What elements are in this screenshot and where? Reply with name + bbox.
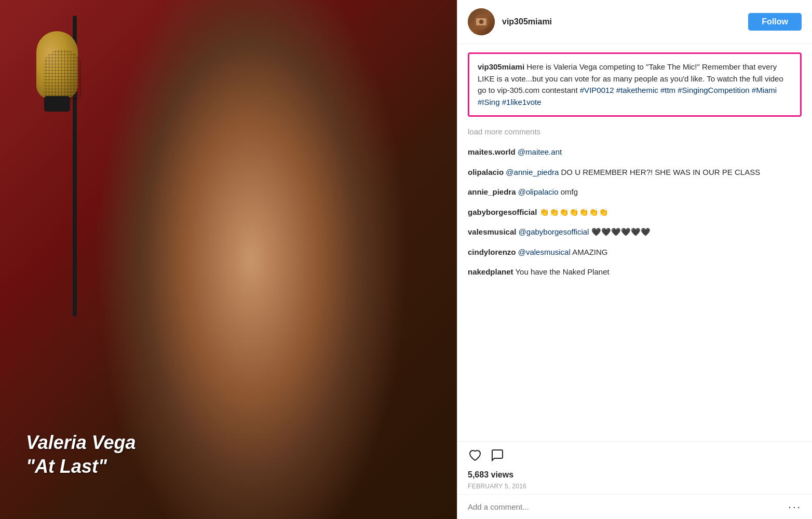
comment-username[interactable]: annie_piedra: [468, 187, 516, 196]
comment-mention[interactable]: @maitee.ant: [518, 147, 562, 156]
comment-username[interactable]: nakedplanet: [468, 267, 513, 276]
microphone-area: [31, 16, 135, 327]
comment-text: You have the Naked Planet: [515, 267, 609, 276]
svg-point-2: [479, 20, 483, 24]
load-more-comments[interactable]: load more comments: [457, 125, 812, 142]
comment-row: annie_piedra @olipalacio omfg: [468, 182, 802, 202]
caption-username[interactable]: vip305miami: [478, 62, 524, 71]
comments-section: maites.world @maitee.ant olipalacio @ann…: [457, 142, 812, 441]
actions-area: [457, 441, 812, 468]
comment-text: 👏👏👏👏👏👏👏: [539, 208, 608, 216]
comment-text: AMAZING: [572, 248, 607, 256]
comment-row: cindylorenzo @valesmusical AMAZING: [468, 242, 802, 263]
add-comment-input[interactable]: [468, 502, 788, 511]
comment-row: maites.world @maitee.ant: [468, 142, 802, 162]
comment-username[interactable]: olipalacio: [468, 168, 504, 176]
caption-section: vip305miami Here is Valeria Vega competi…: [468, 52, 802, 117]
comment-row: olipalacio @annie_piedra DO U REMEMBER H…: [468, 162, 802, 183]
follow-button[interactable]: Follow: [748, 13, 802, 31]
comment-mention[interactable]: @olipalacio: [518, 187, 559, 196]
video-title-overlay: Valeria Vega "At Last": [26, 432, 136, 477]
avatar-image: [468, 8, 495, 35]
add-comment-area: ···: [457, 494, 812, 519]
comment-row: gabyborgesofficial 👏👏👏👏👏👏👏: [468, 202, 802, 223]
video-title-song: "At Last": [26, 456, 136, 477]
video-background: Valeria Vega "At Last": [0, 0, 457, 519]
mic-body: [36, 31, 78, 99]
comment-username[interactable]: valesmusical: [468, 227, 516, 236]
comment-username[interactable]: gabyborgesofficial: [468, 208, 537, 216]
video-panel: Valeria Vega "At Last": [0, 0, 457, 519]
comment-row: valesmusical @gabyborgesofficial 🖤🖤🖤🖤🖤🖤: [468, 222, 802, 242]
comment-username[interactable]: maites.world: [468, 147, 516, 156]
comment-text: omfg: [561, 187, 578, 196]
comment-mention[interactable]: @valesmusical: [518, 248, 571, 256]
comment-text: 🖤🖤🖤🖤🖤🖤: [591, 227, 651, 236]
mic-mount: [44, 96, 70, 112]
like-button[interactable]: [468, 448, 482, 466]
header-username[interactable]: vip305miami: [502, 17, 741, 26]
comment-row: nakedplanet You have the Naked Planet: [468, 262, 802, 282]
video-title-name: Valeria Vega: [26, 432, 136, 454]
comment-text: DO U REMEMBER HER?! SHE WAS IN OUR PE CL…: [561, 168, 761, 176]
comment-mention[interactable]: @gabyborgesofficial: [519, 227, 589, 236]
avatar[interactable]: [468, 8, 495, 35]
comment-button[interactable]: [491, 448, 504, 466]
comment-username[interactable]: cindylorenzo: [468, 248, 516, 256]
comment-mention[interactable]: @annie_piedra: [506, 168, 559, 176]
right-panel: vip305miami Follow vip305miami Here is V…: [457, 0, 812, 519]
more-options-button[interactable]: ···: [788, 501, 802, 513]
post-date: FEBRUARY 5, 2016: [457, 482, 812, 494]
mic-grille: [43, 49, 82, 101]
post-header: vip305miami Follow: [457, 0, 812, 44]
views-count: 5,683 views: [457, 468, 812, 482]
